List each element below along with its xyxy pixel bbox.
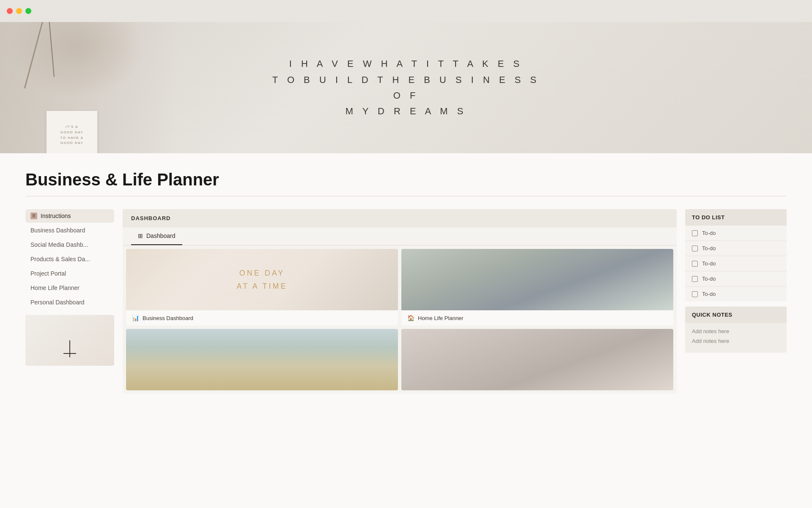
page-title: Business & Life Planner (25, 170, 787, 196)
quick-notes-area: Add notes hereAdd notes here (685, 323, 787, 353)
card-desk-image (401, 329, 673, 390)
todo-checkbox-3[interactable] (692, 276, 698, 282)
content-layout: ☰InstructionsBusiness DashboardSocial Me… (25, 209, 787, 394)
dashboard-panel: DASHBOARD ⊞ Dashboard ONE DAY AT A TIME (123, 209, 677, 394)
hero-main-quote: I H A V E W H A T I T T A K E S T O B U … (272, 56, 540, 119)
sidebar-item-3[interactable]: Products & Sales Da... (25, 252, 114, 266)
card-line1: ONE DAY (236, 267, 287, 280)
minimize-button[interactable] (16, 8, 22, 14)
dashboard-tab-label: Dashboard (146, 232, 176, 239)
hero-quote-line3: O F (272, 88, 540, 103)
card-business-image: ONE DAY AT A TIME (126, 249, 398, 310)
todo-checkbox-0[interactable] (692, 230, 698, 236)
todo-item-1: To-do (685, 241, 787, 256)
card-home-emoji: 🏠 (407, 315, 414, 321)
dashboard-grid: ONE DAY AT A TIME 📊 Business Dashboard 🏠 (123, 246, 677, 394)
quick-note-0[interactable]: Add notes here (692, 328, 780, 334)
hero-quote-line2: T O B U I L D T H E B U S I N E S S (272, 72, 540, 88)
sidebar-item-label-2: Social Media Dashb... (30, 241, 88, 248)
todo-checkbox-1[interactable] (692, 246, 698, 251)
card-business-label: Business Dashboard (143, 315, 193, 321)
sidebar-item-label-4: Project Portal (30, 270, 66, 277)
dashboard-tabs: ⊞ Dashboard (123, 227, 677, 246)
card-home-label: Home Life Planner (418, 315, 464, 321)
sidebar-item-label-3: Products & Sales Da... (30, 256, 90, 262)
sidebar-item-label-1: Business Dashboard (30, 227, 85, 234)
card-business-image-text: ONE DAY AT A TIME (236, 267, 287, 293)
sidebar-item-label-0: Instructions (41, 213, 71, 219)
titlebar (0, 0, 812, 22)
sidebar-item-label-5: Home Life Planner (30, 284, 80, 291)
todo-label-4: To-do (702, 291, 716, 297)
hero-quote-line4: M Y D R E A M S (272, 103, 540, 119)
sidebar-item-1[interactable]: Business Dashboard (25, 224, 114, 237)
todo-checkbox-2[interactable] (692, 261, 698, 267)
hero-card-text: IT'S A GOOD DAY TO HAVE A GOOD DAY (60, 124, 84, 146)
todo-checkbox-4[interactable] (692, 291, 698, 297)
card-business-emoji: 📊 (132, 315, 139, 321)
todo-item-2: To-do (685, 256, 787, 271)
todo-label-1: To-do (702, 245, 716, 251)
main-content: Business & Life Planner ☰InstructionsBus… (0, 153, 812, 508)
dashboard-header: DASHBOARD (123, 209, 677, 227)
dashboard-grid-icon: ⊞ (138, 232, 143, 239)
maximize-button[interactable] (25, 8, 31, 14)
quick-note-1[interactable]: Add notes here (692, 338, 780, 344)
hero-quote-card: IT'S A GOOD DAY TO HAVE A GOOD DAY (47, 111, 97, 153)
hero-stems-decoration (8, 22, 178, 115)
sidebar-item-2[interactable]: Social Media Dashb... (25, 238, 114, 251)
sidebar-thumbnail (25, 315, 114, 366)
todo-label-3: To-do (702, 276, 716, 282)
right-panel: TO DO LIST To-doTo-doTo-doTo-doTo-do QUI… (685, 209, 787, 358)
sidebar-item-icon-0: ☰ (30, 213, 37, 219)
todo-label-2: To-do (702, 260, 716, 267)
todo-item-4: To-do (685, 287, 787, 301)
card-business-dashboard[interactable]: ONE DAY AT A TIME 📊 Business Dashboard (126, 249, 398, 326)
sidebar-item-label-6: Personal Dashboard (30, 299, 85, 306)
card-home-life[interactable]: 🏠 Home Life Planner (401, 249, 673, 326)
hero-quote-line1: I H A V E W H A T I T T A K E S (272, 56, 540, 72)
card-home-footer: 🏠 Home Life Planner (401, 310, 673, 326)
card-business-footer: 📊 Business Dashboard (126, 310, 398, 326)
todo-label-0: To-do (702, 230, 716, 236)
sidebar-item-5[interactable]: Home Life Planner (25, 281, 114, 295)
card-line2: AT A TIME (236, 280, 287, 293)
todo-section: TO DO LIST To-doTo-doTo-doTo-doTo-do (685, 209, 787, 301)
sidebar-item-4[interactable]: Project Portal (25, 267, 114, 280)
card-desk[interactable] (401, 329, 673, 390)
dashboard-tab[interactable]: ⊞ Dashboard (131, 227, 182, 245)
sidebar-item-0[interactable]: ☰Instructions (25, 209, 114, 223)
sidebar-item-6[interactable]: Personal Dashboard (25, 295, 114, 309)
sidebar: ☰InstructionsBusiness DashboardSocial Me… (25, 209, 114, 366)
close-button[interactable] (7, 8, 13, 14)
todo-item-0: To-do (685, 226, 787, 241)
card-home-image (401, 249, 673, 310)
card-beach[interactable] (126, 329, 398, 390)
card-beach-image (126, 329, 398, 390)
quick-notes-section: QUICK NOTES Add notes hereAdd notes here (685, 306, 787, 353)
quick-notes-header: QUICK NOTES (685, 306, 787, 323)
hero-banner: IT'S A GOOD DAY TO HAVE A GOOD DAY I H A… (0, 22, 812, 153)
todo-header: TO DO LIST (685, 209, 787, 226)
todo-item-3: To-do (685, 271, 787, 287)
